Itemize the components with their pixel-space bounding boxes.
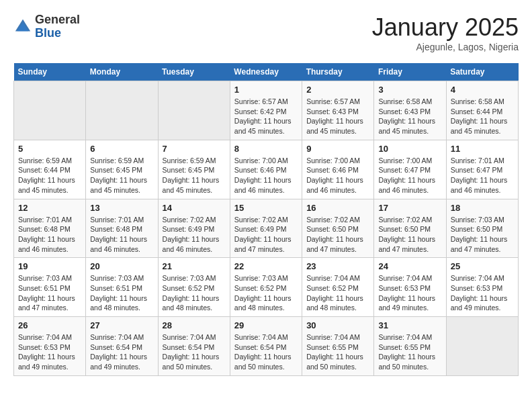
calendar-cell: 19Sunrise: 7:03 AMSunset: 6:51 PMDayligh… — [14, 258, 86, 317]
weekday-header-friday: Friday — [374, 63, 446, 81]
calendar-cell: 16Sunrise: 7:02 AMSunset: 6:50 PMDayligh… — [302, 199, 374, 258]
day-number: 4 — [451, 85, 514, 95]
day-number: 31 — [378, 320, 441, 330]
logo-text: General Blue — [35, 13, 80, 40]
day-info: Sunrise: 7:04 AMSunset: 6:53 PMDaylight:… — [451, 273, 514, 313]
day-number: 27 — [90, 320, 153, 330]
logo: General Blue — [13, 13, 80, 40]
calendar-cell: 30Sunrise: 7:04 AMSunset: 6:55 PMDayligh… — [302, 317, 374, 376]
day-info: Sunrise: 6:59 AMSunset: 6:44 PMDaylight:… — [18, 156, 81, 195]
day-info: Sunrise: 7:03 AMSunset: 6:52 PMDaylight:… — [234, 273, 298, 313]
day-number: 11 — [451, 144, 514, 154]
logo-blue: Blue — [35, 26, 61, 40]
calendar-cell: 8Sunrise: 7:00 AMSunset: 6:46 PMDaylight… — [230, 140, 302, 199]
day-info: Sunrise: 7:02 AMSunset: 6:50 PMDaylight:… — [306, 215, 369, 255]
day-number: 14 — [163, 203, 226, 213]
day-number: 6 — [90, 144, 153, 154]
day-number: 7 — [163, 144, 226, 154]
day-info: Sunrise: 6:59 AMSunset: 6:45 PMDaylight:… — [90, 156, 153, 195]
calendar-cell: 29Sunrise: 7:04 AMSunset: 6:54 PMDayligh… — [230, 317, 302, 376]
calendar-cell — [158, 81, 230, 140]
calendar-cell: 14Sunrise: 7:02 AMSunset: 6:49 PMDayligh… — [158, 199, 230, 258]
day-number: 19 — [18, 261, 81, 271]
day-number: 30 — [306, 320, 369, 330]
day-info: Sunrise: 6:59 AMSunset: 6:45 PMDaylight:… — [163, 156, 226, 195]
day-info: Sunrise: 7:04 AMSunset: 6:54 PMDaylight:… — [163, 332, 226, 372]
calendar-cell: 10Sunrise: 7:00 AMSunset: 6:47 PMDayligh… — [374, 140, 446, 199]
day-number: 15 — [234, 203, 298, 213]
weekday-header-wednesday: Wednesday — [230, 63, 302, 81]
calendar-cell: 21Sunrise: 7:03 AMSunset: 6:52 PMDayligh… — [158, 258, 230, 317]
calendar-cell: 20Sunrise: 7:03 AMSunset: 6:51 PMDayligh… — [86, 258, 158, 317]
calendar-week-4: 19Sunrise: 7:03 AMSunset: 6:51 PMDayligh… — [14, 258, 519, 317]
calendar-cell: 27Sunrise: 7:04 AMSunset: 6:54 PMDayligh… — [86, 317, 158, 376]
day-info: Sunrise: 7:00 AMSunset: 6:46 PMDaylight:… — [234, 156, 298, 195]
day-info: Sunrise: 7:02 AMSunset: 6:50 PMDaylight:… — [378, 215, 441, 255]
day-number: 9 — [306, 144, 369, 154]
day-info: Sunrise: 7:04 AMSunset: 6:53 PMDaylight:… — [18, 332, 81, 372]
day-info: Sunrise: 7:00 AMSunset: 6:47 PMDaylight:… — [378, 156, 441, 195]
calendar-cell: 31Sunrise: 7:04 AMSunset: 6:55 PMDayligh… — [374, 317, 446, 376]
weekday-header-sunday: Sunday — [14, 63, 86, 81]
day-info: Sunrise: 7:04 AMSunset: 6:52 PMDaylight:… — [306, 273, 369, 313]
calendar-cell: 12Sunrise: 7:01 AMSunset: 6:48 PMDayligh… — [14, 199, 86, 258]
calendar-cell: 6Sunrise: 6:59 AMSunset: 6:45 PMDaylight… — [86, 140, 158, 199]
weekday-header-thursday: Thursday — [302, 63, 374, 81]
calendar-cell: 24Sunrise: 7:04 AMSunset: 6:53 PMDayligh… — [374, 258, 446, 317]
weekday-header-monday: Monday — [86, 63, 158, 81]
day-number: 28 — [163, 320, 226, 330]
calendar-cell: 3Sunrise: 6:58 AMSunset: 6:43 PMDaylight… — [374, 81, 446, 140]
day-info: Sunrise: 6:57 AMSunset: 6:43 PMDaylight:… — [306, 97, 369, 136]
calendar-cell: 5Sunrise: 6:59 AMSunset: 6:44 PMDaylight… — [14, 140, 86, 199]
weekday-header-row: SundayMondayTuesdayWednesdayThursdayFrid… — [14, 63, 519, 81]
calendar-cell: 23Sunrise: 7:04 AMSunset: 6:52 PMDayligh… — [302, 258, 374, 317]
logo-general: General — [35, 13, 80, 26]
day-number: 18 — [451, 203, 514, 213]
calendar-cell: 18Sunrise: 7:03 AMSunset: 6:50 PMDayligh… — [446, 199, 518, 258]
day-number: 29 — [234, 320, 298, 330]
calendar-cell: 9Sunrise: 7:00 AMSunset: 6:46 PMDaylight… — [302, 140, 374, 199]
day-info: Sunrise: 7:01 AMSunset: 6:47 PMDaylight:… — [451, 156, 514, 195]
weekday-header-saturday: Saturday — [446, 63, 518, 81]
day-info: Sunrise: 6:58 AMSunset: 6:43 PMDaylight:… — [378, 97, 441, 136]
calendar-cell: 17Sunrise: 7:02 AMSunset: 6:50 PMDayligh… — [374, 199, 446, 258]
day-number: 2 — [306, 85, 369, 95]
calendar-cell — [14, 81, 86, 140]
day-info: Sunrise: 7:04 AMSunset: 6:53 PMDaylight:… — [378, 273, 441, 313]
day-number: 16 — [306, 203, 369, 213]
calendar-cell: 11Sunrise: 7:01 AMSunset: 6:47 PMDayligh… — [446, 140, 518, 199]
calendar-week-2: 5Sunrise: 6:59 AMSunset: 6:44 PMDaylight… — [14, 140, 519, 199]
day-number: 13 — [90, 203, 153, 213]
calendar-cell: 25Sunrise: 7:04 AMSunset: 6:53 PMDayligh… — [446, 258, 518, 317]
calendar-cell: 26Sunrise: 7:04 AMSunset: 6:53 PMDayligh… — [14, 317, 86, 376]
calendar-week-5: 26Sunrise: 7:04 AMSunset: 6:53 PMDayligh… — [14, 317, 519, 376]
calendar-cell — [86, 81, 158, 140]
location-subtitle: Ajegunle, Lagos, Nigeria — [372, 42, 519, 52]
day-number: 8 — [234, 144, 298, 154]
calendar-cell: 28Sunrise: 7:04 AMSunset: 6:54 PMDayligh… — [158, 317, 230, 376]
day-number: 5 — [18, 144, 81, 154]
calendar-cell: 22Sunrise: 7:03 AMSunset: 6:52 PMDayligh… — [230, 258, 302, 317]
day-number: 24 — [378, 261, 441, 271]
day-info: Sunrise: 7:02 AMSunset: 6:49 PMDaylight:… — [163, 215, 226, 255]
day-number: 1 — [234, 85, 298, 95]
day-number: 22 — [234, 261, 298, 271]
day-info: Sunrise: 7:03 AMSunset: 6:51 PMDaylight:… — [18, 273, 81, 313]
calendar-cell: 4Sunrise: 6:58 AMSunset: 6:44 PMDaylight… — [446, 81, 518, 140]
calendar-week-3: 12Sunrise: 7:01 AMSunset: 6:48 PMDayligh… — [14, 199, 519, 258]
day-info: Sunrise: 7:03 AMSunset: 6:52 PMDaylight:… — [163, 273, 226, 313]
day-number: 3 — [378, 85, 441, 95]
calendar-cell: 7Sunrise: 6:59 AMSunset: 6:45 PMDaylight… — [158, 140, 230, 199]
month-title: January 2025 — [372, 13, 519, 42]
calendar-cell: 15Sunrise: 7:02 AMSunset: 6:49 PMDayligh… — [230, 199, 302, 258]
day-info: Sunrise: 7:04 AMSunset: 6:54 PMDaylight:… — [234, 332, 298, 372]
day-number: 12 — [18, 203, 81, 213]
calendar-cell — [446, 317, 518, 376]
day-number: 23 — [306, 261, 369, 271]
calendar-week-1: 1Sunrise: 6:57 AMSunset: 6:42 PMDaylight… — [14, 81, 519, 140]
day-info: Sunrise: 7:01 AMSunset: 6:48 PMDaylight:… — [90, 215, 153, 255]
day-info: Sunrise: 7:04 AMSunset: 6:55 PMDaylight:… — [378, 332, 441, 372]
day-info: Sunrise: 7:01 AMSunset: 6:48 PMDaylight:… — [18, 215, 81, 255]
day-info: Sunrise: 7:02 AMSunset: 6:49 PMDaylight:… — [234, 215, 298, 255]
day-number: 20 — [90, 261, 153, 271]
